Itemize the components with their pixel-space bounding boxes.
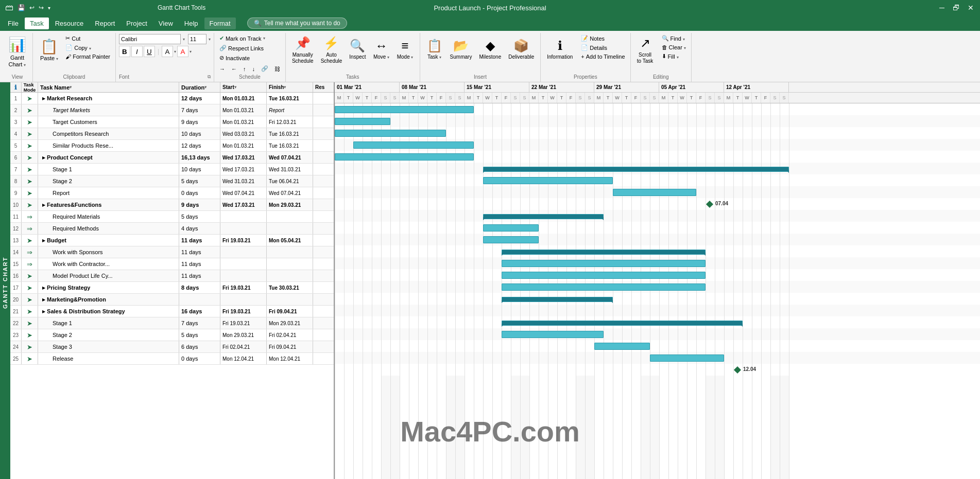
table-row[interactable]: 16➤Model Product Life Cy...11 days bbox=[10, 270, 334, 282]
menu-help[interactable]: Help bbox=[179, 17, 203, 29]
font-size-dropdown[interactable]: ▾ bbox=[209, 37, 211, 42]
link-tasks-button[interactable]: 🔗 bbox=[259, 64, 270, 73]
font-size-input[interactable] bbox=[188, 34, 207, 44]
format-painter-button[interactable]: 🖌 Format Painter bbox=[63, 52, 112, 61]
clear-button[interactable]: 🗑 Clear ▾ bbox=[660, 43, 688, 51]
close-button[interactable]: ✕ bbox=[967, 4, 975, 12]
table-row[interactable]: 9➤Report0 daysWed 07.04.21Wed 07.04.21 bbox=[10, 187, 334, 199]
manually-schedule-button[interactable]: 📌 ManuallySchedule bbox=[289, 34, 317, 66]
table-row[interactable]: 22➤Stage 17 daysFri 19.03.21Mon 29.03.21 bbox=[10, 317, 334, 329]
bold-button[interactable]: B bbox=[119, 46, 130, 57]
col-header-start[interactable]: Start ▾ bbox=[220, 82, 267, 92]
mode-button[interactable]: ≡ Mode ▾ bbox=[394, 34, 417, 65]
task-button[interactable]: 📋 Task ▾ bbox=[423, 34, 446, 65]
task-start: Mon 01.03.21 bbox=[220, 116, 267, 128]
table-row[interactable]: 15⇒Work with Contractor...11 days bbox=[10, 258, 334, 270]
font-color-dropdown[interactable]: ▾ bbox=[190, 49, 192, 54]
table-row[interactable]: 3➤Target Customers9 daysMon 01.03.21Fri … bbox=[10, 116, 334, 128]
col-header-name[interactable]: Task Name ▾ bbox=[38, 82, 179, 92]
gantt-bar bbox=[353, 141, 474, 149]
menu-file[interactable]: File bbox=[3, 17, 24, 29]
row-number: 2 bbox=[10, 104, 22, 116]
customize-qat[interactable]: ▾ bbox=[48, 5, 50, 11]
fill-button[interactable]: ⬇ Fill ▾ bbox=[660, 52, 688, 61]
table-row[interactable]: 20➤▸ Marketing&Promotion bbox=[10, 294, 334, 306]
move-up-button[interactable]: ↑ bbox=[241, 65, 248, 73]
grid-line bbox=[474, 103, 474, 479]
unlink-tasks-button[interactable]: ⛓ bbox=[272, 65, 282, 73]
quick-undo[interactable]: ↩ bbox=[29, 4, 35, 11]
timeline-day: T bbox=[474, 93, 483, 103]
milestone-label: 12.04 bbox=[743, 366, 756, 372]
table-row[interactable]: 2➤Target Markets7 daysMon 01.03.21Report bbox=[10, 104, 334, 116]
table-row[interactable]: 10➤▸ Features&Functions9 daysWed 17.03.2… bbox=[10, 199, 334, 211]
table-row[interactable]: 21➤▸ Sales & Distribution Strategy16 day… bbox=[10, 306, 334, 317]
col-header-finish[interactable]: Finish ▾ bbox=[267, 82, 313, 92]
inactivate-button[interactable]: ⊘ Inactivate bbox=[217, 54, 252, 62]
outdent-button[interactable]: ← bbox=[229, 65, 239, 73]
highlight-button[interactable]: A bbox=[162, 46, 173, 57]
table-row[interactable]: 23➤Stage 25 daysMon 29.03.21Fri 02.04.21 bbox=[10, 329, 334, 341]
col-header-res[interactable]: Res bbox=[313, 82, 334, 92]
notes-button[interactable]: 📝 Notes bbox=[579, 34, 627, 43]
font-name-input[interactable] bbox=[119, 34, 181, 44]
find-button[interactable]: 🔍 Find ▾ bbox=[660, 34, 688, 43]
auto-schedule-button[interactable]: ⚡ AutoSchedule bbox=[318, 34, 346, 66]
col-header-duration[interactable]: Duration ▾ bbox=[179, 82, 220, 92]
cut-button[interactable]: ✂ Cut bbox=[63, 34, 112, 43]
table-row[interactable]: 7➤Stage 110 daysWed 17.03.21Wed 31.03.21 bbox=[10, 164, 334, 175]
minimize-button[interactable]: ─ bbox=[938, 4, 946, 12]
table-row[interactable]: 13➤▸ Budget11 daysFri 19.03.21Mon 05.04.… bbox=[10, 235, 334, 246]
tell-me-box[interactable]: 🔍 Tell me what you want to do bbox=[247, 17, 347, 29]
table-row[interactable]: 12⇒Required Methods4 days bbox=[10, 223, 334, 235]
table-row[interactable]: 11⇒Required Materials5 days bbox=[10, 211, 334, 223]
table-row[interactable]: 8➤Stage 25 daysWed 31.03.21Tue 06.04.21 bbox=[10, 175, 334, 187]
table-row[interactable]: 25➤Release0 daysMon 12.04.21Mon 12.04.21 bbox=[10, 353, 334, 365]
gantt-chart-button[interactable]: 📊 GanttChart ▾ bbox=[5, 34, 29, 70]
paste-button[interactable]: 📋 Paste ▾ bbox=[36, 34, 62, 65]
table-row[interactable]: 17➤▸ Pricing Strategy8 daysFri 19.03.21T… bbox=[10, 282, 334, 294]
quick-save[interactable]: 💾 bbox=[18, 4, 25, 11]
table-row[interactable]: 1➤▸ Market Research12 daysMon 01.03.21Tu… bbox=[10, 93, 334, 104]
menu-format[interactable]: Format bbox=[204, 17, 236, 29]
move-down-button[interactable]: ↓ bbox=[250, 65, 257, 73]
move-button[interactable]: ↔ Move ▾ bbox=[370, 34, 393, 65]
information-button[interactable]: ℹ Information bbox=[544, 34, 576, 65]
copy-button[interactable]: 📄 Copy ▾ bbox=[63, 43, 112, 52]
menu-view[interactable]: View bbox=[153, 17, 178, 29]
task-name: Target Customers bbox=[38, 116, 179, 128]
timeline-day: T bbox=[427, 93, 437, 103]
menu-report[interactable]: Report bbox=[90, 17, 120, 29]
table-row[interactable]: 24➤Stage 36 daysFri 02.04.21Fri 09.04.21 bbox=[10, 341, 334, 353]
highlight-dropdown[interactable]: ▾ bbox=[174, 49, 176, 54]
milestone-button[interactable]: ◆ Milestone bbox=[476, 34, 504, 65]
restore-button[interactable]: 🗗 bbox=[952, 4, 960, 12]
table-row[interactable]: 14⇒Work with Sponsors11 days bbox=[10, 246, 334, 258]
respect-links-button[interactable]: 🔗 Respect Links bbox=[217, 44, 266, 52]
tasks-group-label: Tasks bbox=[289, 73, 417, 81]
indent-button[interactable]: → bbox=[217, 65, 227, 73]
task-duration: 0 days bbox=[179, 187, 220, 199]
task-mode-icon: ⇒ bbox=[22, 246, 38, 258]
table-row[interactable]: 5➤Similar Products Rese...12 daysMon 01.… bbox=[10, 140, 334, 152]
underline-button[interactable]: U bbox=[144, 46, 155, 57]
menu-project[interactable]: Project bbox=[121, 17, 152, 29]
grid-line bbox=[789, 103, 789, 479]
font-dialog-launcher[interactable]: ⧉ bbox=[208, 74, 211, 80]
summary-button[interactable]: 📂 Summary bbox=[447, 34, 475, 65]
inspect-button[interactable]: 🔍 Inspect bbox=[346, 34, 369, 65]
add-to-timeline-button[interactable]: + Add to Timeline bbox=[579, 52, 627, 61]
deliverable-button[interactable]: 📦 Deliverable bbox=[505, 34, 537, 65]
menu-task[interactable]: Task bbox=[25, 17, 49, 29]
menu-resource[interactable]: Resource bbox=[50, 17, 89, 29]
font-color-button[interactable]: A bbox=[177, 46, 188, 57]
task-finish: Tue 16.03.21 bbox=[267, 140, 313, 151]
font-name-dropdown[interactable]: ▾ bbox=[183, 37, 185, 42]
table-row[interactable]: 4➤Competitors Research10 daysWed 03.03.2… bbox=[10, 128, 334, 140]
mark-on-track-button[interactable]: ✔ Mark on Track ▾ bbox=[217, 34, 267, 43]
table-row[interactable]: 6➤▸ Product Concept16,13 daysWed 17.03.2… bbox=[10, 152, 334, 164]
details-button[interactable]: 📄 Details bbox=[579, 43, 627, 52]
quick-redo[interactable]: ↪ bbox=[39, 4, 44, 11]
scroll-to-task-button[interactable]: ↗ Scrollto Task bbox=[634, 34, 657, 66]
italic-button[interactable]: I bbox=[131, 46, 143, 57]
